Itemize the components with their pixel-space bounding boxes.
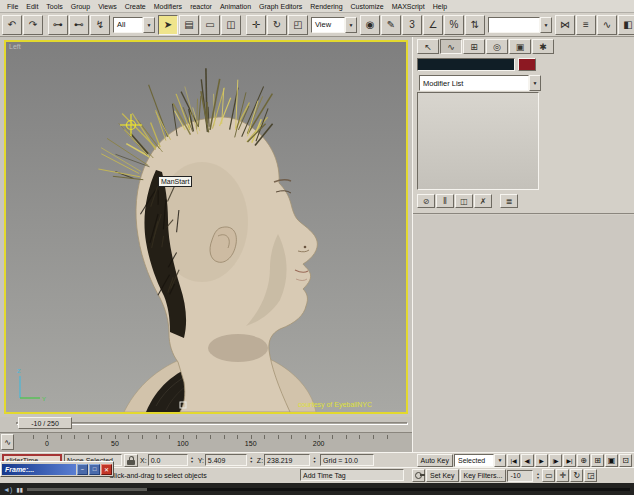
pin-stack-button[interactable]: ⊘ bbox=[417, 194, 435, 208]
menu-item[interactable]: Group bbox=[67, 3, 94, 10]
redo-icon[interactable]: ↷ bbox=[23, 15, 43, 35]
chevron-down-icon[interactable]: ▼ bbox=[540, 17, 552, 33]
viewport-label[interactable]: Left bbox=[9, 43, 21, 50]
chevron-down-icon[interactable]: ▼ bbox=[494, 454, 506, 467]
menu-item[interactable]: Help bbox=[429, 3, 451, 10]
x-spinner[interactable]: ▴▾ bbox=[189, 456, 196, 464]
y-value-field[interactable]: 5.409 bbox=[205, 454, 247, 466]
chevron-down-icon[interactable]: ▼ bbox=[143, 17, 155, 33]
key-filters-button[interactable]: Key Filters... bbox=[460, 469, 507, 482]
zoom-extents-button[interactable]: ▣ bbox=[605, 454, 618, 467]
make-unique-button[interactable]: ◫ bbox=[455, 194, 473, 208]
play-button[interactable]: ▶ bbox=[535, 454, 548, 467]
align-icon[interactable]: ≡ bbox=[576, 15, 596, 35]
angle-snap-icon[interactable]: ∠ bbox=[423, 15, 443, 35]
select-and-scale-icon[interactable]: ◰ bbox=[288, 15, 308, 35]
spinner-snap-icon[interactable]: ⇅ bbox=[465, 15, 485, 35]
tab-display[interactable]: ▣ bbox=[509, 39, 531, 54]
auto-key-button[interactable]: Auto Key bbox=[417, 454, 453, 467]
next-frame-button[interactable]: |▶ bbox=[549, 454, 562, 467]
add-time-tag-field[interactable]: Add Time Tag bbox=[300, 469, 404, 481]
chevron-down-icon[interactable]: ▼ bbox=[529, 75, 541, 91]
select-by-name-icon[interactable]: ▤ bbox=[179, 15, 199, 35]
object-name-field[interactable] bbox=[417, 58, 515, 71]
go-to-start-button[interactable]: |◀ bbox=[507, 454, 520, 467]
select-object-icon[interactable]: ➤ bbox=[158, 15, 178, 35]
tab-create[interactable]: ↖ bbox=[417, 39, 439, 54]
remove-modifier-button[interactable]: ✗ bbox=[474, 194, 492, 208]
video-progress-bar[interactable] bbox=[27, 488, 630, 491]
selection-lock-button[interactable] bbox=[124, 454, 138, 467]
time-slider-track[interactable] bbox=[16, 422, 408, 425]
bind-to-spacewarp-icon[interactable]: ↯ bbox=[90, 15, 110, 35]
mini-curve-editor-button[interactable]: ∿ bbox=[1, 434, 14, 450]
percent-snap-icon[interactable]: % bbox=[444, 15, 464, 35]
viewport-left[interactable]: Z Y Left ManStart courtesy of EyeballNYC bbox=[4, 40, 408, 414]
select-and-move-icon[interactable]: ✛ bbox=[246, 15, 266, 35]
unlink-selection-icon[interactable]: ⊷ bbox=[69, 15, 89, 35]
pan-button[interactable]: ✛ bbox=[556, 469, 569, 482]
arc-rotate-button[interactable]: ↻ bbox=[570, 469, 583, 482]
x-value-field[interactable]: 0.0 bbox=[148, 454, 188, 466]
snap-toggle-icon[interactable]: 3 bbox=[402, 15, 422, 35]
object-color-swatch[interactable] bbox=[518, 58, 536, 71]
set-key-icon-button[interactable] bbox=[412, 469, 425, 482]
undo-icon[interactable]: ↶ bbox=[2, 15, 22, 35]
player-close-button[interactable]: ✕ bbox=[101, 464, 112, 475]
go-to-end-button[interactable]: ▶| bbox=[563, 454, 576, 467]
zoom-region-button[interactable]: ▭ bbox=[542, 469, 555, 482]
menu-item[interactable]: Graph Editors bbox=[255, 3, 306, 10]
time-slider-handle[interactable]: -10 / 250 bbox=[18, 417, 72, 429]
menu-item[interactable]: File bbox=[3, 3, 22, 10]
select-and-manipulate-icon[interactable]: ✎ bbox=[381, 15, 401, 35]
select-and-link-icon[interactable]: ⊶ bbox=[48, 15, 68, 35]
select-and-rotate-icon[interactable]: ↻ bbox=[267, 15, 287, 35]
frame-spinner[interactable]: ▴▾ bbox=[534, 472, 541, 480]
z-value-field[interactable]: 238.219 bbox=[264, 454, 310, 466]
material-editor-icon[interactable]: ◧ bbox=[618, 15, 634, 35]
zoom-button[interactable]: ⊕ bbox=[577, 454, 590, 467]
curve-editor-icon[interactable]: ∿ bbox=[597, 15, 617, 35]
player-minimize-button[interactable]: − bbox=[77, 464, 88, 475]
zoom-extents-all-button[interactable]: ⊡ bbox=[619, 454, 632, 467]
zoom-all-button[interactable]: ⊞ bbox=[591, 454, 604, 467]
rollout-area[interactable] bbox=[413, 215, 634, 452]
selection-filter-dropdown[interactable]: All ▼ bbox=[113, 17, 155, 33]
menu-item[interactable]: Rendering bbox=[306, 3, 346, 10]
speaker-icon[interactable]: ◄) bbox=[3, 486, 12, 493]
show-end-result-button[interactable]: Ⅱ bbox=[436, 194, 454, 208]
reference-coordinate-dropdown[interactable]: View ▼ bbox=[311, 17, 357, 33]
configure-modifier-sets-button[interactable]: ≣ bbox=[500, 194, 518, 208]
window-crossing-icon[interactable]: ◫ bbox=[221, 15, 241, 35]
menu-item[interactable]: Edit bbox=[22, 3, 42, 10]
menu-item[interactable]: Create bbox=[121, 3, 150, 10]
modifier-stack[interactable] bbox=[417, 92, 539, 190]
maximize-viewport-button[interactable]: ◲ bbox=[584, 469, 597, 482]
modifier-list-dropdown[interactable]: Modifier List ▼ bbox=[419, 75, 541, 91]
track-bar-scale[interactable]: 050100150200 bbox=[16, 433, 408, 452]
menu-item[interactable]: Customize bbox=[347, 3, 388, 10]
key-filter-scope-dropdown[interactable]: Selected ▼ bbox=[454, 454, 506, 467]
use-pivot-center-icon[interactable]: ◉ bbox=[360, 15, 380, 35]
mirror-icon[interactable]: ⋈ bbox=[555, 15, 575, 35]
player-restore-button[interactable]: □ bbox=[89, 464, 100, 475]
tab-motion[interactable]: ◎ bbox=[486, 39, 508, 54]
tab-modify[interactable]: ∿ bbox=[440, 39, 462, 54]
menu-item[interactable]: Animation bbox=[216, 3, 255, 10]
player-mini-window[interactable]: Frame:... −□✕ bbox=[0, 461, 114, 477]
set-key-button[interactable]: Set Key bbox=[426, 469, 459, 482]
rect-selection-region-icon[interactable]: ▭ bbox=[200, 15, 220, 35]
menu-item[interactable]: Tools bbox=[42, 3, 66, 10]
tab-hierarchy[interactable]: ⊞ bbox=[463, 39, 485, 54]
menu-item[interactable]: Views bbox=[94, 3, 121, 10]
menu-item[interactable]: MAXScript bbox=[388, 3, 429, 10]
menu-item[interactable]: reactor bbox=[186, 3, 216, 10]
pause-icon[interactable]: ▮▮ bbox=[16, 486, 23, 493]
tab-utilities[interactable]: ✱ bbox=[532, 39, 554, 54]
z-spinner[interactable]: ▴▾ bbox=[311, 456, 318, 464]
y-spinner[interactable]: ▴▾ bbox=[248, 456, 255, 464]
chevron-down-icon[interactable]: ▼ bbox=[345, 17, 357, 33]
previous-frame-button[interactable]: ◀| bbox=[521, 454, 534, 467]
player-window-title[interactable]: Frame:... bbox=[2, 464, 76, 475]
menu-item[interactable]: Modifiers bbox=[150, 3, 186, 10]
